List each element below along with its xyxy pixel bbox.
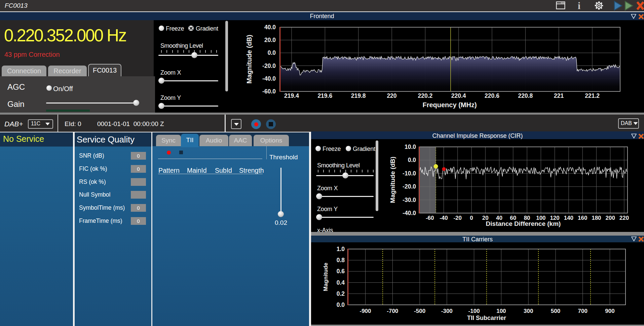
svg-text:-20.0: -20.0 bbox=[403, 183, 416, 190]
svg-text:0.0: 0.0 bbox=[408, 157, 416, 163]
svg-text:20.0: 20.0 bbox=[264, 37, 276, 43]
svg-text:0.8: 0.8 bbox=[337, 257, 345, 263]
svg-text:221: 221 bbox=[554, 92, 564, 99]
svg-text:0.2: 0.2 bbox=[337, 290, 345, 297]
svg-text:Distance Difference (km): Distance Difference (km) bbox=[486, 220, 561, 227]
svg-text:-700: -700 bbox=[387, 308, 398, 314]
svg-text:-300: -300 bbox=[441, 308, 453, 314]
svg-text:220: 220 bbox=[619, 215, 629, 221]
svg-text:-500: -500 bbox=[414, 308, 425, 314]
svg-text:-30.0: -30.0 bbox=[403, 197, 416, 203]
svg-text:0.0: 0.0 bbox=[268, 49, 276, 56]
svg-text:Frequency (MHz): Frequency (MHz) bbox=[422, 101, 477, 109]
svg-text:-40.0: -40.0 bbox=[403, 210, 416, 216]
svg-text:-100: -100 bbox=[468, 308, 480, 314]
svg-text:-40: -40 bbox=[440, 215, 448, 221]
svg-text:0.0: 0.0 bbox=[337, 301, 345, 308]
svg-text:-60.0: -60.0 bbox=[262, 88, 276, 95]
svg-text:221.2: 221.2 bbox=[585, 92, 600, 99]
svg-text:219.8: 219.8 bbox=[351, 92, 366, 99]
svg-text:220.6: 220.6 bbox=[485, 92, 499, 99]
svg-text:-20: -20 bbox=[453, 215, 462, 221]
svg-text:100: 100 bbox=[496, 308, 506, 314]
svg-text:180: 180 bbox=[592, 215, 601, 221]
svg-text:220.2: 220.2 bbox=[418, 92, 433, 99]
svg-text:-900: -900 bbox=[359, 308, 371, 314]
svg-text:220.4: 220.4 bbox=[451, 92, 466, 99]
svg-text:10.0: 10.0 bbox=[405, 144, 416, 150]
svg-text:300: 300 bbox=[524, 308, 533, 314]
svg-text:-40.0: -40.0 bbox=[262, 75, 276, 82]
svg-text:0.4: 0.4 bbox=[337, 279, 345, 286]
svg-text:220: 220 bbox=[387, 92, 396, 99]
svg-text:Magnitude (dB): Magnitude (dB) bbox=[245, 35, 253, 84]
svg-text:219.4: 219.4 bbox=[284, 92, 299, 99]
svg-text:-10.0: -10.0 bbox=[403, 170, 416, 177]
svg-text:Magnitude (dB): Magnitude (dB) bbox=[389, 157, 396, 203]
svg-text:-60: -60 bbox=[426, 215, 434, 221]
svg-text:219.6: 219.6 bbox=[317, 92, 332, 99]
svg-text:140: 140 bbox=[564, 215, 573, 221]
svg-text:40.0: 40.0 bbox=[264, 24, 276, 31]
svg-text:0.6: 0.6 bbox=[337, 268, 345, 275]
svg-text:700: 700 bbox=[578, 308, 588, 314]
svg-text:-20.0: -20.0 bbox=[262, 63, 276, 69]
svg-text:220.8: 220.8 bbox=[518, 92, 533, 99]
svg-text:TII Subcarrier: TII Subcarrier bbox=[467, 315, 506, 321]
svg-text:160: 160 bbox=[578, 215, 587, 221]
svg-text:Magnitude: Magnitude bbox=[323, 263, 329, 291]
svg-text:0: 0 bbox=[470, 215, 473, 221]
svg-text:200: 200 bbox=[606, 215, 615, 221]
svg-text:1.0: 1.0 bbox=[337, 246, 345, 252]
svg-text:900: 900 bbox=[605, 308, 614, 314]
svg-text:500: 500 bbox=[551, 308, 560, 314]
